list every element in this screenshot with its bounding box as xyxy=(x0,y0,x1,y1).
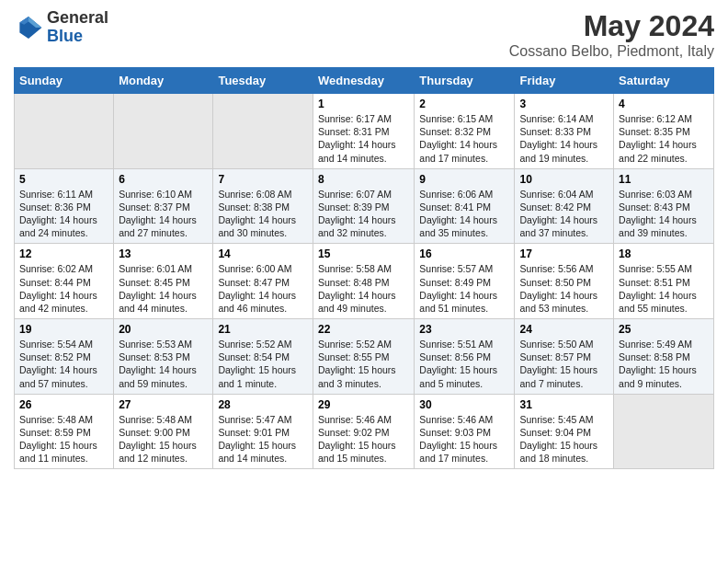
cell-content: Sunrise: 5:52 AM xyxy=(218,338,308,350)
day-number: 20 xyxy=(119,323,208,336)
cell-content: Sunrise: 6:03 AM xyxy=(619,188,709,201)
day-number: 17 xyxy=(519,247,609,260)
cell-content: Daylight: 14 hours and 57 minutes. xyxy=(19,363,108,389)
cell-content: Sunrise: 6:08 AM xyxy=(218,188,308,201)
day-number: 13 xyxy=(119,247,208,260)
calendar-cell: 11Sunrise: 6:03 AMSunset: 8:43 PMDayligh… xyxy=(614,168,714,244)
day-number: 6 xyxy=(119,173,208,186)
header-day-thursday: Thursday xyxy=(415,68,515,94)
cell-content: Daylight: 15 hours and 1 minute. xyxy=(218,363,308,389)
cell-content: Sunrise: 6:02 AM xyxy=(19,262,108,275)
header-row: SundayMondayTuesdayWednesdayThursdayFrid… xyxy=(15,68,714,94)
main-title: May 2024 xyxy=(509,9,714,43)
cell-content: Sunrise: 5:52 AM xyxy=(318,338,409,350)
cell-content: Daylight: 14 hours and 39 minutes. xyxy=(619,213,709,239)
cell-content: Sunset: 8:51 PM xyxy=(619,276,709,289)
calendar-cell: 7Sunrise: 6:08 AMSunset: 8:38 PMDaylight… xyxy=(213,168,313,244)
cell-content: Sunset: 8:49 PM xyxy=(419,276,509,289)
day-number: 29 xyxy=(318,398,409,411)
calendar-cell: 31Sunrise: 5:45 AMSunset: 9:04 PMDayligh… xyxy=(515,394,614,469)
day-number: 3 xyxy=(519,98,609,110)
cell-content: Sunset: 8:43 PM xyxy=(619,201,709,213)
cell-content: Sunset: 8:41 PM xyxy=(419,201,509,213)
cell-content: Daylight: 14 hours and 14 minutes. xyxy=(318,138,409,164)
cell-content: Sunset: 8:59 PM xyxy=(19,426,108,439)
calendar-cell: 19Sunrise: 5:54 AMSunset: 8:52 PMDayligh… xyxy=(15,319,114,395)
day-number: 14 xyxy=(218,247,308,260)
logo: General Blue xyxy=(14,9,108,46)
logo-icon xyxy=(14,13,43,42)
cell-content: Sunrise: 5:49 AM xyxy=(619,338,709,350)
cell-content: Sunset: 9:00 PM xyxy=(119,426,208,439)
day-number: 9 xyxy=(419,173,509,186)
calendar-cell: 23Sunrise: 5:51 AMSunset: 8:56 PMDayligh… xyxy=(415,319,515,395)
calendar-cell: 8Sunrise: 6:07 AMSunset: 8:39 PMDaylight… xyxy=(313,168,414,244)
calendar-cell: 9Sunrise: 6:06 AMSunset: 8:41 PMDaylight… xyxy=(415,168,515,244)
calendar-header: SundayMondayTuesdayWednesdayThursdayFrid… xyxy=(15,68,714,94)
cell-content: Daylight: 15 hours and 5 minutes. xyxy=(419,363,509,389)
day-number: 16 xyxy=(419,247,509,260)
calendar-cell: 21Sunrise: 5:52 AMSunset: 8:54 PMDayligh… xyxy=(213,319,313,395)
day-number: 7 xyxy=(218,173,308,186)
calendar-cell: 28Sunrise: 5:47 AMSunset: 9:01 PMDayligh… xyxy=(213,394,313,469)
calendar-table: SundayMondayTuesdayWednesdayThursdayFrid… xyxy=(14,67,714,469)
cell-content: Daylight: 14 hours and 42 minutes. xyxy=(19,289,108,315)
calendar-cell: 24Sunrise: 5:50 AMSunset: 8:57 PMDayligh… xyxy=(515,319,614,395)
cell-content: Daylight: 15 hours and 17 minutes. xyxy=(419,439,509,465)
cell-content: Sunset: 8:55 PM xyxy=(318,350,409,363)
logo-text: General Blue xyxy=(47,9,108,46)
cell-content: Daylight: 14 hours and 37 minutes. xyxy=(519,213,609,239)
cell-content: Daylight: 15 hours and 14 minutes. xyxy=(218,439,308,465)
cell-content: Sunset: 9:04 PM xyxy=(519,426,609,439)
calendar-cell: 5Sunrise: 6:11 AMSunset: 8:36 PMDaylight… xyxy=(15,168,114,244)
calendar-cell: 30Sunrise: 5:46 AMSunset: 9:03 PMDayligh… xyxy=(415,394,515,469)
cell-content: Sunrise: 5:50 AM xyxy=(519,338,609,350)
day-number: 31 xyxy=(519,398,609,411)
day-number: 5 xyxy=(19,173,108,186)
day-number: 18 xyxy=(619,247,709,260)
logo-general: General xyxy=(47,9,108,28)
cell-content: Daylight: 14 hours and 59 minutes. xyxy=(119,363,208,389)
calendar-cell: 26Sunrise: 5:48 AMSunset: 8:59 PMDayligh… xyxy=(15,394,114,469)
calendar-cell: 1Sunrise: 6:17 AMSunset: 8:31 PMDaylight… xyxy=(313,94,414,169)
cell-content: Sunrise: 6:00 AM xyxy=(218,262,308,275)
header-day-sunday: Sunday xyxy=(15,68,114,94)
header-day-tuesday: Tuesday xyxy=(213,68,313,94)
cell-content: Sunrise: 5:46 AM xyxy=(419,413,509,426)
cell-content: Sunrise: 5:57 AM xyxy=(419,262,509,275)
cell-content: Sunset: 8:36 PM xyxy=(19,201,108,213)
cell-content: Sunset: 8:56 PM xyxy=(419,350,509,363)
calendar-cell: 10Sunrise: 6:04 AMSunset: 8:42 PMDayligh… xyxy=(515,168,614,244)
calendar-cell: 12Sunrise: 6:02 AMSunset: 8:44 PMDayligh… xyxy=(15,244,114,319)
subtitle: Cossano Belbo, Piedmont, Italy xyxy=(509,43,714,60)
cell-content: Sunset: 9:03 PM xyxy=(419,426,509,439)
day-number: 22 xyxy=(318,323,409,336)
day-number: 28 xyxy=(218,398,308,411)
cell-content: Daylight: 15 hours and 12 minutes. xyxy=(119,439,208,465)
cell-content: Sunrise: 5:56 AM xyxy=(519,262,609,275)
logo-blue: Blue xyxy=(47,28,108,46)
cell-content: Daylight: 14 hours and 55 minutes. xyxy=(619,289,709,315)
calendar-cell: 13Sunrise: 6:01 AMSunset: 8:45 PMDayligh… xyxy=(114,244,213,319)
cell-content: Sunset: 8:50 PM xyxy=(519,276,609,289)
week-row-2: 5Sunrise: 6:11 AMSunset: 8:36 PMDaylight… xyxy=(15,168,714,244)
day-number: 27 xyxy=(119,398,208,411)
cell-content: Daylight: 15 hours and 3 minutes. xyxy=(318,363,409,389)
cell-content: Sunrise: 6:15 AM xyxy=(419,112,509,125)
calendar-cell: 22Sunrise: 5:52 AMSunset: 8:55 PMDayligh… xyxy=(313,319,414,395)
cell-content: Daylight: 15 hours and 11 minutes. xyxy=(19,439,108,465)
day-number: 25 xyxy=(619,323,709,336)
cell-content: Daylight: 14 hours and 44 minutes. xyxy=(119,289,208,315)
cell-content: Sunset: 8:35 PM xyxy=(619,125,709,138)
cell-content: Daylight: 14 hours and 30 minutes. xyxy=(218,213,308,239)
cell-content: Sunrise: 5:53 AM xyxy=(119,338,208,350)
cell-content: Sunset: 8:33 PM xyxy=(519,125,609,138)
cell-content: Daylight: 15 hours and 9 minutes. xyxy=(619,363,709,389)
day-number: 30 xyxy=(419,398,509,411)
cell-content: Sunrise: 5:58 AM xyxy=(318,262,409,275)
cell-content: Sunrise: 5:48 AM xyxy=(119,413,208,426)
day-number: 1 xyxy=(318,98,409,110)
week-row-4: 19Sunrise: 5:54 AMSunset: 8:52 PMDayligh… xyxy=(15,319,714,395)
cell-content: Sunrise: 6:07 AM xyxy=(318,188,409,201)
cell-content: Sunset: 8:45 PM xyxy=(119,276,208,289)
